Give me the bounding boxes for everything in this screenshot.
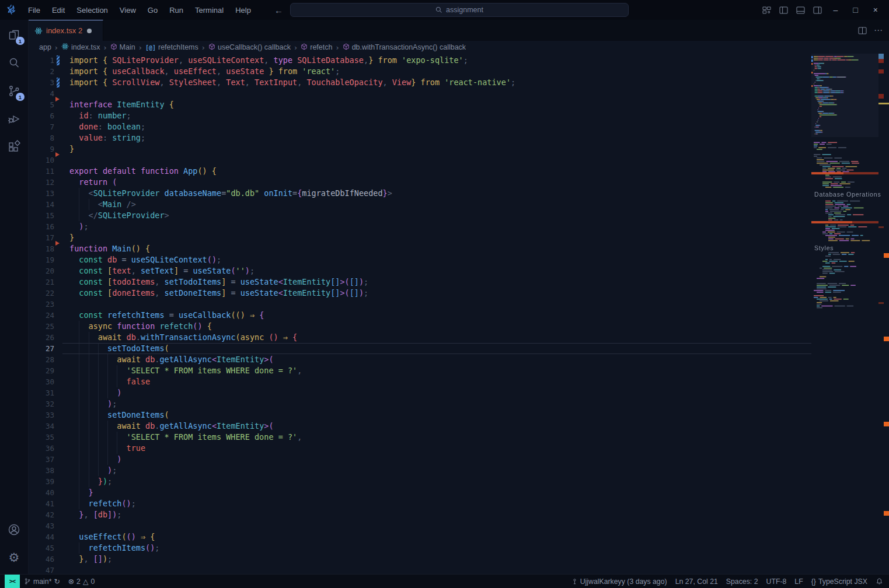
code-line[interactable]: 17} (29, 232, 811, 243)
menu-view[interactable]: View (114, 4, 142, 16)
maximize-button[interactable]: □ (848, 4, 863, 16)
split-editor-icon[interactable] (858, 27, 867, 34)
run-debug-icon[interactable] (6, 111, 22, 127)
indentation-status[interactable]: Spaces: 2 (722, 578, 762, 586)
line-number[interactable]: 36 (29, 443, 54, 454)
code-line[interactable]: 31 ) (29, 387, 811, 398)
code-line[interactable]: 29 'SELECT * FROM items WHERE done = ?', (29, 365, 811, 376)
code-line[interactable]: 28 await db.getAllAsync<ItemEntity>( (29, 354, 811, 365)
eol-status[interactable]: LF (790, 578, 807, 586)
tab-index-tsx[interactable]: index.tsx 2 (29, 20, 103, 41)
extensions-icon[interactable] (6, 139, 22, 155)
menu-run[interactable]: Run (163, 4, 189, 16)
code-line[interactable]: 2import { useCallback, useEffect, useSta… (29, 66, 811, 77)
code-line[interactable]: 26 await db.withTransactionAsync(async (… (29, 332, 811, 343)
menu-help[interactable]: Help (229, 4, 257, 16)
code-line[interactable]: 24 const refetchItems = useCallback(() ⇒… (29, 310, 811, 321)
line-number[interactable]: 10 (29, 155, 54, 166)
command-center-search[interactable]: assignment (290, 3, 629, 17)
line-number[interactable]: 40 (29, 487, 54, 498)
line-number[interactable]: 1 (29, 55, 54, 66)
line-number[interactable]: 3 (29, 77, 54, 88)
code-area[interactable]: 1import { SQLiteProvider, useSQLiteConte… (29, 55, 811, 574)
line-number[interactable]: 4 (29, 88, 54, 99)
breadcrumb-item-3[interactable]: [@]refetchItems (145, 43, 198, 51)
line-number[interactable]: 39 (29, 476, 54, 487)
code-line[interactable]: 20 const [text, setText] = useState(''); (29, 265, 811, 276)
close-button[interactable]: × (868, 4, 883, 16)
code-line[interactable]: 6 id: number; (29, 110, 811, 121)
code-line[interactable]: 42 }, [db]); (29, 509, 811, 520)
code-line[interactable]: 46 }, []); (29, 554, 811, 565)
code-line[interactable]: 11export default function App() { (29, 166, 811, 177)
line-number[interactable]: 46 (29, 554, 54, 565)
line-number[interactable]: 37 (29, 454, 54, 465)
code-line[interactable]: 21 const [todoItems, setTodoItems] = use… (29, 276, 811, 288)
code-line[interactable]: 32 ); (29, 398, 811, 410)
code-line[interactable]: 1import { SQLiteProvider, useSQLiteConte… (29, 55, 811, 66)
code-line[interactable]: 9} (29, 144, 811, 155)
line-number[interactable]: 7 (29, 121, 54, 132)
code-line[interactable]: 3import { ScrollView, StyleSheet, Text, … (29, 77, 811, 88)
code-line[interactable]: 27 setTodoItems( (29, 343, 811, 354)
line-number[interactable]: 23 (29, 299, 54, 310)
minimize-button[interactable]: – (828, 4, 843, 16)
line-number[interactable]: 44 (29, 531, 54, 542)
line-number[interactable]: 22 (29, 288, 54, 299)
search-sidebar-icon[interactable] (6, 55, 22, 71)
source-control-icon[interactable]: 1 (6, 83, 22, 99)
code-line[interactable]: 14 <Main /> (29, 199, 811, 210)
line-number[interactable]: 29 (29, 365, 54, 376)
code-line[interactable]: 30 false (29, 376, 811, 387)
code-line[interactable]: 37 ) (29, 454, 811, 465)
explorer-icon[interactable]: 1 (6, 27, 22, 43)
code-line[interactable]: 16 ); (29, 221, 811, 232)
code-line[interactable]: 4 (29, 88, 811, 99)
code-editor[interactable]: 1import { SQLiteProvider, useSQLiteConte… (29, 54, 889, 574)
back-arrow-icon[interactable]: ← (274, 5, 283, 15)
line-number[interactable]: 21 (29, 276, 54, 288)
line-number[interactable]: 14 (29, 199, 54, 210)
line-number[interactable]: 11 (29, 166, 54, 177)
code-line[interactable]: 23 (29, 299, 811, 310)
code-line[interactable]: 40 } (29, 487, 811, 498)
code-line[interactable]: 8 value: string; (29, 132, 811, 144)
menu-selection[interactable]: Selection (71, 4, 113, 16)
line-number[interactable]: 24 (29, 310, 54, 321)
menu-go[interactable]: Go (142, 4, 163, 16)
line-number[interactable]: 19 (29, 254, 54, 265)
code-line[interactable]: 35 'SELECT * FROM items WHERE done = ?', (29, 432, 811, 443)
line-number[interactable]: 45 (29, 542, 54, 554)
code-line[interactable]: 18function Main() { (29, 243, 811, 254)
line-number[interactable]: 32 (29, 398, 54, 410)
line-number[interactable]: 30 (29, 376, 54, 387)
line-number[interactable]: 13 (29, 188, 54, 199)
menu-edit[interactable]: Edit (46, 4, 71, 16)
code-line[interactable]: 12 return ( (29, 177, 811, 188)
line-number[interactable]: 41 (29, 498, 54, 509)
code-line[interactable]: 10 (29, 155, 811, 166)
code-line[interactable]: 43 (29, 520, 811, 531)
line-number[interactable]: 6 (29, 110, 54, 121)
code-line[interactable]: 38 ); (29, 465, 811, 476)
breadcrumb-item-2[interactable]: Main (110, 43, 135, 52)
code-line[interactable]: 41 refetch(); (29, 498, 811, 509)
overview-ruler[interactable] (878, 54, 889, 574)
line-number[interactable]: 9 (29, 144, 54, 155)
line-number[interactable]: 12 (29, 177, 54, 188)
line-number[interactable]: 17 (29, 232, 54, 243)
code-line[interactable]: 45 refetchItems(); (29, 542, 811, 554)
encoding-status[interactable]: UTF-8 (762, 578, 791, 586)
breadcrumb-item-6[interactable]: db.withTransactionAsync() callback (343, 43, 466, 52)
line-number[interactable]: 33 (29, 410, 54, 421)
line-number[interactable]: 8 (29, 132, 54, 144)
line-number[interactable]: 31 (29, 387, 54, 398)
minimap[interactable] (811, 54, 878, 574)
line-number[interactable]: 25 (29, 321, 54, 332)
line-number[interactable]: 20 (29, 265, 54, 276)
code-line[interactable]: 5interface ItemEntity { (29, 99, 811, 110)
line-number[interactable]: 18 (29, 243, 54, 254)
toggle-panel-icon[interactable] (794, 5, 807, 16)
line-number[interactable]: 15 (29, 210, 54, 221)
remote-indicator[interactable]: >< (5, 575, 20, 588)
